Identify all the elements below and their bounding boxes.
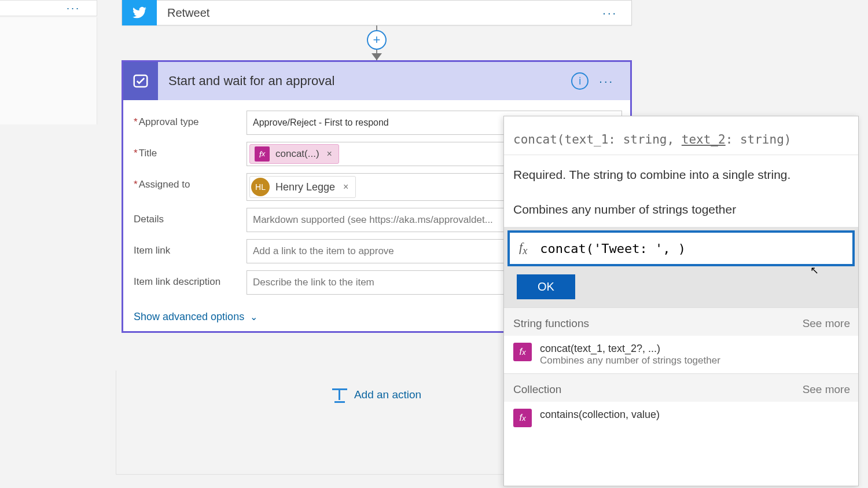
param-description: Required. The string to combine into a s… [504,155,858,185]
approval-menu[interactable]: ··· [599,75,616,88]
section-string-functions: String functions See more [504,307,858,336]
ok-button[interactable]: OK [517,274,575,299]
add-step-button[interactable]: + [367,30,387,50]
cursor-icon: ↖ [810,264,819,277]
expression-token[interactable]: fx concat(...) × [249,144,339,164]
arrow-down-icon [372,53,382,60]
avatar: HL [251,178,270,196]
twitter-icon [122,0,157,25]
retweet-title: Retweet [157,6,602,20]
person-chip[interactable]: HL Henry Legge × [249,176,356,198]
label-title: Title [134,142,247,159]
fn-contains[interactable]: fx contains(collection, value) [504,402,858,434]
fx-icon: fx [255,146,270,162]
label-item-link-desc: Item link description [134,270,247,288]
approval-title: Start and wait for an approval [168,74,571,89]
section-collection: Collection See more [504,373,858,402]
label-approval-type: Approval type [134,111,247,128]
function-signature: concat(text_1: string, text_2: string) [504,116,858,155]
chip-remove[interactable]: × [341,182,351,192]
expression-input[interactable] [540,241,843,256]
fx-icon: fx [513,409,532,427]
fx-icon: fx [519,240,527,257]
action-card-retweet[interactable]: Retweet ··· [122,0,632,25]
fx-icon: fx [513,343,532,361]
advanced-toggle[interactable]: Show advanced options ⌄ [134,311,258,323]
label-item-link: Item link [134,239,247,256]
function-description: Combines any number of strings together [504,185,858,227]
overflow-dots[interactable]: ··· [67,2,80,14]
label-details: Details [134,208,247,232]
token-remove[interactable]: × [325,149,334,159]
expression-input-box: fx ↖ [507,230,855,266]
approval-icon [123,62,158,100]
chevron-down-icon: ⌄ [250,311,258,322]
retweet-menu[interactable]: ··· [602,6,631,20]
fn-concat[interactable]: fx concat(text_1, text_2?, ...) Combines… [504,336,858,373]
toolbar-stub[interactable]: ··· [0,0,97,16]
see-more-string[interactable]: See more [803,317,850,330]
label-assigned-to: Assigned to [134,173,247,190]
connector: + [122,25,632,60]
approval-header[interactable]: Start and wait for an approval i ··· [123,62,630,100]
left-sidebar-stub [0,17,97,124]
expression-popover: concat(text_1: string, text_2: string) R… [503,116,859,486]
see-more-collection[interactable]: See more [803,383,850,396]
info-icon[interactable]: i [571,72,589,90]
